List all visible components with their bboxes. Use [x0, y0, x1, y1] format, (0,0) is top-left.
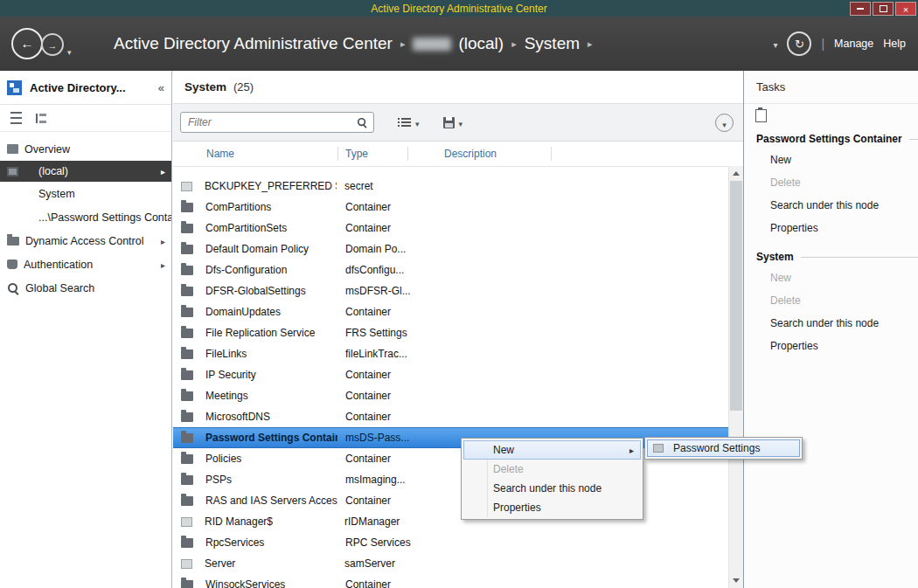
- row-type: RPC Services: [337, 536, 442, 549]
- clipboard-icon[interactable]: [755, 109, 767, 122]
- sidebar-item-password-settings-contai[interactable]: ...\Password Settings Contai...: [0, 205, 171, 229]
- context-menu-item-label: Search under this node: [493, 482, 602, 495]
- column-divider: [337, 147, 338, 161]
- context-menu-item-search-under-this-node[interactable]: Search under this node: [463, 479, 641, 498]
- table-row[interactable]: Meetings Container: [173, 385, 728, 406]
- close-button[interactable]: [895, 2, 916, 16]
- folder-icon: [181, 266, 193, 275]
- sidebar-item-authentication[interactable]: Authentication: [0, 252, 171, 276]
- table-row[interactable]: ComPartitionSets Container: [173, 218, 728, 239]
- tree-view-icon[interactable]: [36, 114, 48, 123]
- table-row[interactable]: File Replication Service FRS Settings: [173, 322, 728, 343]
- sidebar-item-local[interactable]: (local): [0, 161, 171, 182]
- table-row[interactable]: IP Security Container: [173, 364, 728, 385]
- folder-icon: [181, 496, 193, 506]
- table-row[interactable]: Default Domain Policy Domain Po...: [173, 239, 728, 259]
- sidebar-item-label: (local): [38, 165, 68, 177]
- task-link-password-settings-container-properties[interactable]: Properties: [744, 217, 918, 239]
- task-link-system-delete: Delete: [744, 289, 918, 312]
- breadcrumb-dropdown-icon[interactable]: [773, 36, 777, 52]
- table-row[interactable]: ComPartitions Container: [173, 197, 728, 218]
- row-name: ComPartitionSets: [205, 222, 337, 234]
- triangle-up-icon: [733, 171, 740, 176]
- folder-icon: [181, 224, 193, 233]
- filter-input[interactable]: [186, 115, 356, 129]
- save-query-button[interactable]: [443, 114, 463, 130]
- row-type: Container: [337, 578, 442, 588]
- forward-icon: [48, 37, 58, 52]
- table-row[interactable]: Dfs-Configuration dfsConfigu...: [173, 259, 728, 280]
- row-type: msImaging...: [337, 474, 442, 486]
- context-menu-items: New Delete Search under this node Proper…: [463, 440, 641, 517]
- display-options-button[interactable]: [398, 114, 420, 130]
- refresh-icon: [795, 36, 804, 52]
- table-row[interactable]: PSPs msImaging...: [173, 469, 728, 490]
- sidebar-item-system[interactable]: System: [0, 182, 171, 205]
- scroll-up-button[interactable]: [729, 166, 743, 181]
- table-row[interactable]: MicrosoftDNS Container: [173, 406, 728, 427]
- minimize-button[interactable]: [850, 2, 871, 16]
- back-button[interactable]: [11, 28, 43, 59]
- sidebar-item-global-search[interactable]: Global Search: [0, 276, 171, 300]
- restore-button[interactable]: [873, 2, 894, 16]
- scrollbar-thumb[interactable]: [730, 181, 742, 411]
- context-menu-item-new[interactable]: New: [463, 440, 641, 460]
- table-row[interactable]: RAS and IAS Servers Acces... Container: [173, 490, 728, 511]
- sidebar-item-label: Overview: [24, 143, 70, 156]
- task-link-system-properties[interactable]: Properties: [744, 335, 918, 357]
- sidebar-item-overview[interactable]: Overview: [0, 137, 171, 161]
- task-link-password-settings-container-search-under-this-node[interactable]: Search under this node: [744, 194, 918, 217]
- list-view-icon[interactable]: [10, 112, 22, 124]
- table-row[interactable]: RpcServices RPC Services: [173, 532, 728, 553]
- column-header-description[interactable]: Description: [435, 148, 497, 160]
- vertical-scrollbar[interactable]: [728, 166, 743, 588]
- nav-history-dropdown-icon[interactable]: [67, 43, 72, 59]
- task-link-system-search-under-this-node[interactable]: Search under this node: [744, 312, 918, 335]
- folder-icon: [181, 538, 193, 548]
- restore-icon: [880, 5, 887, 12]
- table-row[interactable]: DomainUpdates Container: [173, 301, 728, 322]
- folder-icon: [181, 370, 193, 380]
- breadcrumb-root[interactable]: Active Directory Administrative Center: [114, 34, 393, 53]
- folder-icon: [181, 391, 193, 401]
- column-header-name[interactable]: Name: [173, 148, 337, 160]
- folder-icon: [7, 237, 19, 246]
- filter-field[interactable]: [180, 112, 374, 133]
- manage-menu[interactable]: Manage: [834, 38, 873, 50]
- row-name: DFSR-GlobalSettings: [205, 285, 337, 297]
- folder-icon: [181, 475, 193, 485]
- table-row[interactable]: BCKUPKEY_PREFERRED Se... secret: [173, 176, 728, 197]
- row-type: fileLinkTrac...: [337, 348, 442, 360]
- forward-button[interactable]: [41, 33, 64, 56]
- table-row[interactable]: DFSR-GlobalSettings msDFSR-Gl...: [173, 280, 728, 301]
- tasks-header: Tasks: [744, 71, 918, 104]
- table-row[interactable]: RID Manager$ rIDManager: [173, 511, 728, 532]
- column-headers: Name Type Description: [173, 142, 743, 167]
- breadcrumb-system[interactable]: System: [525, 34, 580, 53]
- column-divider: [407, 147, 408, 161]
- folder-icon: [181, 580, 193, 588]
- task-link-password-settings-container-new[interactable]: New: [744, 149, 918, 171]
- sidebar-items: Overview (local) System ...\Password Set…: [0, 132, 171, 300]
- table-row[interactable]: WinsockServices Container: [173, 574, 728, 588]
- refresh-button[interactable]: [787, 31, 811, 56]
- column-header-type[interactable]: Type: [337, 148, 435, 160]
- row-name: IP Security: [205, 369, 337, 381]
- breadcrumb-separator-icon: [511, 34, 517, 53]
- breadcrumb-domain-segment[interactable]: (local): [413, 34, 504, 53]
- context-menu-item-properties[interactable]: Properties: [463, 498, 641, 517]
- table-row[interactable]: Server samServer: [173, 553, 728, 574]
- sidebar-item-dynamic-access-control[interactable]: Dynamic Access Control: [0, 229, 171, 252]
- tasks-title: Tasks: [756, 80, 785, 93]
- main-header: System (25): [173, 71, 743, 103]
- scroll-down-button[interactable]: [729, 573, 743, 588]
- collapse-pane-button[interactable]: «: [158, 81, 164, 94]
- table-row[interactable]: FileLinks fileLinkTrac...: [173, 343, 728, 364]
- expand-preview-button[interactable]: [715, 114, 734, 132]
- submenu-item-password-settings[interactable]: Password Settings: [647, 439, 800, 457]
- row-type: dfsConfigu...: [337, 264, 442, 276]
- help-menu[interactable]: Help: [883, 38, 906, 50]
- search-icon: [357, 117, 367, 128]
- tasks-section-password-settings-container: Password Settings Container New Delete S…: [744, 129, 918, 239]
- tasks-section-header: System: [756, 251, 794, 263]
